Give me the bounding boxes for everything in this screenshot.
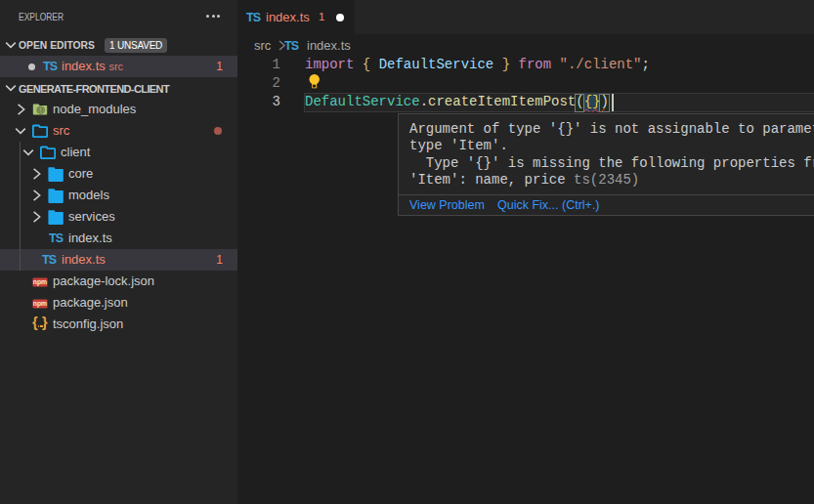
svg-text:npm: npm (33, 300, 47, 308)
svg-text:npm: npm (33, 278, 47, 286)
